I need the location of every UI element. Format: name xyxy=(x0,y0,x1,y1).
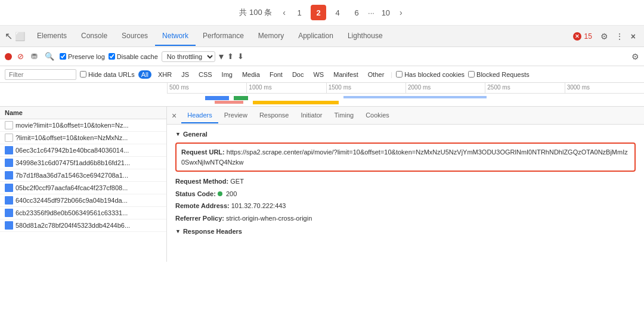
img-icon xyxy=(5,159,13,167)
network-settings-icon[interactable]: ⚙ xyxy=(631,52,639,61)
error-badge: ✕ 15 xyxy=(573,32,592,41)
main-content: Name movie?limit=10&offset=10&token=Nz..… xyxy=(0,107,644,262)
type-ws[interactable]: WS xyxy=(310,70,327,79)
tab-timing[interactable]: Timing xyxy=(329,108,360,123)
img-icon xyxy=(5,221,13,230)
svg-rect-2 xyxy=(253,101,339,104)
tab-elements[interactable]: Elements xyxy=(30,27,74,46)
list-item[interactable]: 580d81a2c78bf204f45323ddb4244b6... xyxy=(0,219,166,232)
remote-address-row: Remote Address: 101.32.70.222:443 xyxy=(175,201,636,211)
hide-data-urls-text: Hide data URLs xyxy=(88,71,135,78)
settings-icon[interactable]: ⚙ xyxy=(597,29,612,44)
page-10[interactable]: 10 xyxy=(378,5,394,20)
tab-response[interactable]: Response xyxy=(253,108,295,123)
referrer-value: strict-origin-when-cross-origin xyxy=(226,215,312,222)
type-img[interactable]: Img xyxy=(219,70,236,79)
prev-page[interactable]: ‹ xyxy=(280,8,288,17)
total-count: 共 100 条 xyxy=(239,7,272,18)
tab-preview[interactable]: Preview xyxy=(218,108,253,123)
download-icon[interactable]: ⬇ xyxy=(237,52,244,61)
tab-application[interactable]: Application xyxy=(291,27,340,46)
status-value: 200 xyxy=(226,190,237,197)
name-column-header: Name xyxy=(5,109,23,116)
tab-cookies[interactable]: Cookies xyxy=(360,108,395,123)
list-item[interactable]: movie?limit=10&offset=10&token=Nz... xyxy=(0,119,166,132)
record-button[interactable] xyxy=(5,53,12,60)
status-dot xyxy=(218,191,222,196)
filter-icon[interactable]: ⛃ xyxy=(29,51,39,61)
hide-data-urls-checkbox[interactable] xyxy=(80,71,86,78)
mark-1000: 1000 ms xyxy=(246,83,326,93)
type-other[interactable]: Other xyxy=(365,70,388,79)
type-media[interactable]: Media xyxy=(239,70,263,79)
devtools-tabbar: ↖ ⬜ Elements Console Sources Network Per… xyxy=(0,26,644,47)
tab-network[interactable]: Network xyxy=(155,27,196,46)
request-name: 7b7d1f8aa36d7a15463ce6942708a1... xyxy=(16,172,162,179)
url-box: Request URL: https://spa2.scrape.center/… xyxy=(175,143,636,172)
preserve-log-checkbox[interactable] xyxy=(60,53,66,60)
tab-console[interactable]: Console xyxy=(74,27,114,46)
filter-input[interactable] xyxy=(5,69,76,80)
request-name: 580d81a2c78bf204f45323ddb4244b6... xyxy=(16,222,162,229)
tab-lighthouse[interactable]: Lighthouse xyxy=(340,27,390,46)
request-name: 05bc2f0ccf97aacfa64fcac4f237cf808... xyxy=(16,184,162,191)
search-icon[interactable]: 🔍 xyxy=(43,51,56,61)
list-item[interactable]: 7b7d1f8aa36d7a15463ce6942708a1... xyxy=(0,169,166,182)
preserve-log-text: Preserve log xyxy=(68,53,105,60)
throttle-dropdown[interactable]: ▾ xyxy=(219,51,224,62)
page-6[interactable]: 6 xyxy=(349,5,364,20)
close-icon[interactable]: × xyxy=(627,29,639,44)
more-icon[interactable]: ⋮ xyxy=(612,29,627,44)
request-name: 34998e31c6d07475f1add6b8b16fd21... xyxy=(16,159,162,166)
page-4[interactable]: 4 xyxy=(330,5,345,20)
hide-data-urls-label[interactable]: Hide data URLs xyxy=(80,71,135,78)
file-icon xyxy=(5,121,13,129)
tab-initiator[interactable]: Initiator xyxy=(295,108,328,123)
has-blocked-text: Has blocked cookies xyxy=(404,71,465,78)
blocked-requests-label[interactable]: Blocked Requests xyxy=(468,71,530,78)
device-icon[interactable]: ⬜ xyxy=(15,32,25,41)
tab-memory[interactable]: Memory xyxy=(251,27,291,46)
detail-close-icon[interactable]: × xyxy=(172,111,177,120)
tab-sources[interactable]: Sources xyxy=(114,27,155,46)
type-css[interactable]: CSS xyxy=(196,70,215,79)
filter-bar: Hide data URLs All XHR JS CSS Img Media … xyxy=(0,66,644,83)
type-doc[interactable]: Doc xyxy=(289,70,307,79)
list-item[interactable]: 06ec3c1c647942b1e40bca84036014... xyxy=(0,144,166,157)
next-page[interactable]: › xyxy=(397,8,405,17)
mark-500: 500 ms xyxy=(167,83,246,93)
list-item[interactable]: ?limit=10&offset=10&token=NzMxNz... xyxy=(0,132,166,144)
error-count: 15 xyxy=(584,32,592,41)
tab-performance[interactable]: Performance xyxy=(196,27,251,46)
has-blocked-label[interactable]: Has blocked cookies xyxy=(396,71,465,78)
stop-icon[interactable]: ⊘ xyxy=(16,51,26,61)
request-name: 640cc32445df972b066c9a04b194da... xyxy=(16,197,162,204)
blocked-requests-checkbox[interactable] xyxy=(468,71,475,78)
type-xhr[interactable]: XHR xyxy=(155,70,175,79)
method-value: GET xyxy=(230,178,244,185)
throttle-select[interactable]: No throttling xyxy=(162,51,215,62)
preserve-log-label[interactable]: Preserve log xyxy=(60,53,105,60)
request-name: movie?limit=10&offset=10&token=Nz... xyxy=(16,122,162,129)
type-font[interactable]: Font xyxy=(267,70,286,79)
type-manifest[interactable]: Manifest xyxy=(330,70,361,79)
disable-cache-checkbox[interactable] xyxy=(109,53,115,60)
list-item[interactable]: 05bc2f0ccf97aacfa64fcac4f237cf808... xyxy=(0,182,166,194)
upload-icon[interactable]: ⬆ xyxy=(227,52,234,61)
list-item[interactable]: 640cc32445df972b066c9a04b194da... xyxy=(0,194,166,207)
method-label: Request Method: xyxy=(175,178,228,185)
general-section-title: General xyxy=(175,131,636,138)
svg-rect-1 xyxy=(234,96,248,100)
page-1[interactable]: 1 xyxy=(292,5,307,20)
cursor-icon[interactable]: ↖ xyxy=(5,30,13,42)
type-js[interactable]: JS xyxy=(178,70,192,79)
disable-cache-label[interactable]: Disable cache xyxy=(109,53,158,60)
type-all[interactable]: All xyxy=(138,70,151,79)
list-item[interactable]: 6cb23356f9d8e0b506349561c63331... xyxy=(0,207,166,219)
has-blocked-checkbox[interactable] xyxy=(396,71,402,78)
status-code-row: Status Code: 200 xyxy=(175,189,636,199)
list-item[interactable]: 34998e31c6d07475f1add6b8b16fd21... xyxy=(0,157,166,169)
page-2[interactable]: 2 xyxy=(311,5,326,20)
tab-headers[interactable]: Headers xyxy=(181,108,218,123)
request-method-row: Request Method: GET xyxy=(175,176,636,187)
